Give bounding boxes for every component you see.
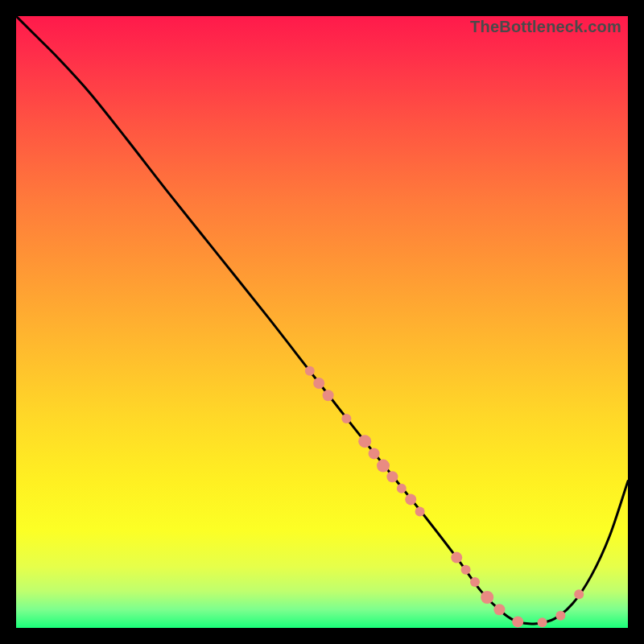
data-marker xyxy=(405,493,416,505)
data-marker xyxy=(538,617,547,627)
data-marker xyxy=(512,616,523,627)
chart-frame: TheBottleneck.com xyxy=(16,16,628,628)
data-marker xyxy=(341,414,351,423)
data-markers xyxy=(305,366,584,628)
data-marker xyxy=(369,448,380,459)
data-marker xyxy=(323,390,334,401)
data-marker xyxy=(461,565,471,575)
bottleneck-curve xyxy=(16,16,628,624)
data-marker xyxy=(313,378,324,389)
bottleneck-chart xyxy=(16,16,628,628)
data-marker xyxy=(305,366,315,376)
data-marker xyxy=(451,552,462,564)
data-marker xyxy=(574,589,584,599)
data-marker xyxy=(493,604,505,615)
data-marker xyxy=(397,484,407,493)
data-marker xyxy=(555,611,565,621)
data-marker xyxy=(481,591,493,604)
data-marker xyxy=(470,577,480,587)
data-marker xyxy=(358,435,371,448)
data-marker xyxy=(377,460,390,473)
data-marker xyxy=(415,507,425,517)
data-marker xyxy=(386,471,398,482)
